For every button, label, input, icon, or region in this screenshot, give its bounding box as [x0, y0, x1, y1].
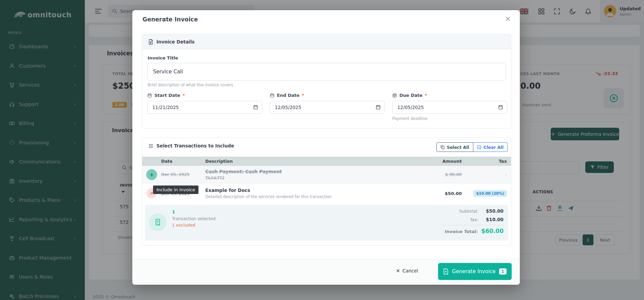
document-icon — [148, 39, 153, 45]
receipt-icon — [154, 218, 162, 226]
due-date-help: Payment deadline — [392, 116, 507, 121]
excluded-caption: 1 excluded — [172, 223, 195, 228]
tax-value: $10.00 — [482, 217, 504, 222]
file-plus-icon — [443, 268, 449, 275]
start-date-field: Start Date* — [147, 93, 262, 114]
modal-title: Generate Invoice — [143, 16, 198, 23]
calendar-icon — [147, 93, 152, 98]
transaction-title: Cash Payment: Cash Payment — [205, 169, 411, 174]
transaction-subtitle: Detailed description of the services ren… — [205, 194, 411, 199]
transactions-summary: 1 Transaction selected 1 excluded Subtot… — [145, 205, 508, 241]
invoice-title-label: Invoice Title — [148, 55, 178, 60]
col-date: Date — [161, 159, 205, 164]
due-date-field: Due Date* Payment deadline — [392, 93, 507, 121]
list-filter-icon — [148, 143, 153, 148]
include-tooltip: Include in invoice — [153, 186, 198, 194]
selected-count-badge: 1 — [499, 268, 507, 275]
transaction-tax: - — [462, 172, 511, 177]
end-date-field: End Date* — [270, 93, 385, 114]
transaction-subtitle: TIL04;TT2 — [205, 176, 411, 180]
calendar-picker-icon[interactable] — [253, 105, 258, 110]
total-label: Invoice Total: — [445, 229, 478, 234]
select-all-button[interactable]: Select All — [436, 142, 473, 152]
section-title: Select Transactions to Include — [156, 143, 234, 148]
end-date-input[interactable] — [270, 101, 385, 114]
transactions-section: Select Transactions to Include Select Al… — [142, 138, 511, 246]
clear-all-button[interactable]: Clear All — [473, 142, 508, 152]
invoice-title-input[interactable] — [147, 63, 506, 81]
total-value: $60.00 — [481, 228, 504, 234]
col-tax: Tax — [462, 159, 511, 164]
x-icon: × — [396, 268, 400, 274]
selected-count: 1 — [172, 209, 175, 214]
subtotal-label: Subtotal: — [459, 209, 478, 214]
transaction-row-excluded: + Dec 05, 2025 Cash Payment: Cash Paymen… — [142, 166, 511, 183]
invoice-details-section: Invoice Details Invoice Title Brief desc… — [142, 34, 511, 128]
modal-footer: × Cancel Generate Invoice 1 — [132, 259, 520, 285]
due-date-input[interactable] — [392, 101, 507, 114]
copy-icon — [440, 145, 445, 149]
generate-invoice-button[interactable]: Generate Invoice 1 — [438, 263, 512, 280]
transaction-amount: $ 30.00 — [411, 172, 462, 177]
minus-square-icon — [477, 145, 481, 149]
include-transaction-button[interactable]: + — [146, 169, 157, 180]
invoice-title-help: Brief description of what this invoice c… — [148, 83, 233, 87]
generate-invoice-modal: Generate Invoice × Invoice Details Invoi… — [132, 10, 520, 285]
tax-label: Tax: — [470, 217, 478, 222]
calendar-check-icon — [392, 93, 397, 98]
selected-caption: Transaction selected — [172, 216, 215, 221]
calendar-picker-icon[interactable] — [376, 105, 381, 110]
transactions-table-header: Date Description Amount Tax — [142, 157, 511, 166]
receipt-icon-tile — [149, 213, 167, 231]
calendar-icon — [270, 93, 274, 98]
subtotal-value: $50.00 — [482, 208, 504, 214]
start-date-input[interactable] — [147, 101, 262, 114]
close-icon[interactable]: × — [505, 14, 511, 23]
transaction-title: Example for Docs — [205, 188, 411, 193]
cancel-button[interactable]: × Cancel — [396, 268, 418, 274]
col-description: Description — [205, 159, 411, 164]
app-root: omnitouch MENU Dashboards› Customers› Se… — [0, 0, 644, 300]
transaction-amount: $50.00 — [411, 191, 462, 196]
section-title: Invoice Details — [156, 39, 194, 45]
col-amount: Amount — [411, 159, 462, 164]
tax-badge: $10.00 (20%) — [473, 190, 507, 197]
calendar-picker-icon[interactable] — [498, 105, 503, 110]
